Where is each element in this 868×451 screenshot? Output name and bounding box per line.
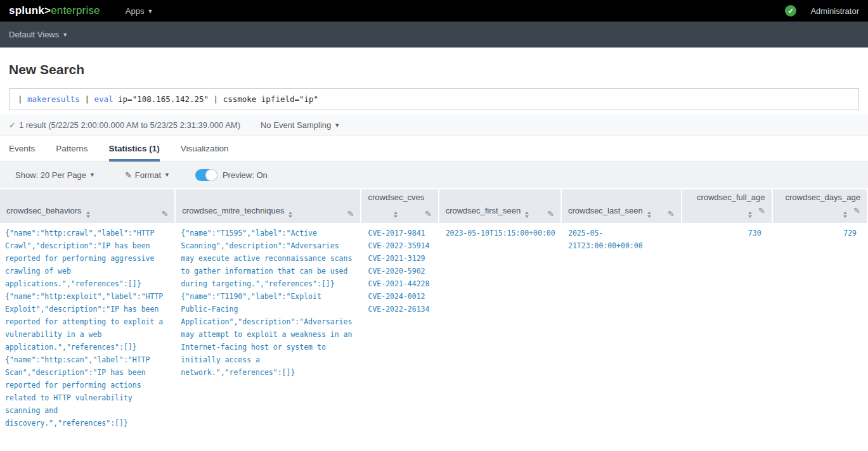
sort-icon[interactable]: [394, 212, 398, 218]
cell-crowdsec_mitre_techniques: {"name":"T1595","label":"Active Scanning…: [176, 223, 360, 433]
per-page-label: Show: 20 Per Page: [15, 170, 86, 180]
edit-column-icon[interactable]: ✎: [668, 210, 675, 218]
cell-crowdsec_days_age: 729: [773, 223, 867, 433]
sort-icon[interactable]: [748, 212, 752, 218]
results-toolbar: Show: 20 Per Page▼ ✎Format▼ Preview: On: [0, 162, 868, 189]
user-menu-label: Administrator: [810, 6, 859, 16]
per-page-menu[interactable]: Show: 20 Per Page▼: [15, 170, 95, 180]
apps-menu-label: Apps: [126, 6, 145, 16]
page-title: New Search: [0, 48, 868, 88]
sort-icon[interactable]: [647, 212, 651, 218]
tab-events[interactable]: Events: [9, 136, 35, 162]
tab-statistics[interactable]: Statistics (1): [109, 136, 160, 162]
chevron-down-icon: ▼: [89, 172, 95, 178]
event-sampling-menu[interactable]: No Event Sampling▼: [261, 120, 340, 130]
column-header-label: crowdsec_last_seen: [568, 206, 643, 215]
preview-label: Preview: On: [223, 170, 268, 180]
column-header-label: crowdsec_first_seen: [446, 206, 521, 215]
format-menu[interactable]: ✎Format▼: [125, 170, 170, 180]
app-navbar: Default Views▼: [0, 22, 868, 48]
column-header-label: crowdsec_behaviors: [6, 206, 82, 215]
chevron-down-icon: ▼: [334, 122, 340, 129]
preview-toggle[interactable]: [195, 169, 217, 181]
top-navbar: splunk>enterprise Apps▼ ✓ Administrator: [0, 0, 868, 22]
column-header-crowdsec_first_seen[interactable]: crowdsec_first_seen✎: [439, 189, 560, 223]
column-header-crowdsec_behaviors[interactable]: crowdsec_behaviors✎: [0, 189, 174, 223]
default-views-label: Default Views: [9, 30, 59, 39]
query-part-command: eval: [94, 94, 113, 104]
preview-control: Preview: On: [195, 169, 268, 181]
default-views-menu[interactable]: Default Views▼: [9, 30, 68, 39]
chevron-down-icon: ▼: [164, 172, 170, 178]
pencil-icon: ✎: [125, 170, 132, 180]
column-header-crowdsec_days_age[interactable]: crowdsec_days_age✎: [773, 189, 867, 223]
query-part-plain: |: [18, 94, 27, 104]
query-part-plain: |: [80, 94, 94, 104]
table-row: {"name":"http:crawl","label":"HTTP Crawl…: [0, 223, 867, 433]
cell-crowdsec_full_age: 730: [682, 223, 772, 433]
format-label: Format: [135, 170, 161, 180]
apps-menu[interactable]: Apps▼: [126, 6, 153, 16]
query-part-command: makeresults: [27, 94, 80, 104]
job-status-bar: ✓ 1 result (5/22/25 2:00:00.000 AM to 5/…: [0, 115, 868, 136]
column-header-label: crowdsec_mitre_techniques: [182, 206, 284, 215]
cell-crowdsec_first_seen: 2023-05-10T15:15:00+00:00: [439, 223, 560, 433]
column-header-crowdsec_last_seen[interactable]: crowdsec_last_seen✎: [562, 189, 681, 223]
statistics-table: crowdsec_behaviors✎crowdsec_mitre_techni…: [0, 189, 868, 433]
column-header-label: crowdsec_cves: [368, 193, 424, 202]
chevron-down-icon: ▼: [62, 32, 68, 38]
job-done-check-icon: ✓: [9, 120, 16, 130]
search-bar[interactable]: | makeresults | eval ip="108.165.142.25"…: [9, 88, 859, 110]
user-menu[interactable]: Administrator: [810, 6, 859, 16]
cell-crowdsec_last_seen: 2025-05-21T23:00:00+00:00: [562, 223, 681, 433]
result-count-text: 1 result (5/22/25 2:00:00.000 AM to 5/23…: [19, 120, 240, 130]
statistics-header-row: crowdsec_behaviors✎crowdsec_mitre_techni…: [0, 189, 867, 223]
health-check-icon[interactable]: ✓: [785, 5, 796, 16]
query-part-plain: ip="108.165.142.25" | cssmoke ipfield="i…: [113, 94, 319, 104]
tab-patterns[interactable]: Patterns: [56, 136, 87, 162]
cell-crowdsec_behaviors: {"name":"http:crawl","label":"HTTP Crawl…: [0, 223, 174, 433]
event-sampling-label: No Event Sampling: [261, 120, 331, 130]
sort-icon[interactable]: [86, 212, 90, 218]
edit-column-icon[interactable]: ✎: [758, 206, 765, 215]
splunk-logo-brand: splunk: [9, 4, 44, 16]
tab-visualization[interactable]: Visualization: [181, 136, 229, 162]
preview-toggle-knob[interactable]: [205, 169, 217, 181]
edit-column-icon[interactable]: ✎: [161, 210, 168, 218]
search-query-input[interactable]: | makeresults | eval ip="108.165.142.25"…: [18, 94, 318, 104]
edit-column-icon[interactable]: ✎: [853, 206, 860, 215]
edit-column-icon[interactable]: ✎: [425, 210, 432, 218]
cell-crowdsec_cves: CVE-2017-9841 CVE-2022-35914 CVE-2021-31…: [361, 223, 437, 433]
column-header-label: crowdsec_full_age: [697, 193, 765, 202]
column-header-crowdsec_cves[interactable]: crowdsec_cves✎: [361, 189, 437, 223]
column-header-crowdsec_mitre_techniques[interactable]: crowdsec_mitre_techniques✎: [176, 189, 360, 223]
sort-icon[interactable]: [525, 212, 529, 218]
splunk-logo-product: enterprise: [51, 4, 100, 16]
column-header-crowdsec_full_age[interactable]: crowdsec_full_age✎: [682, 189, 772, 223]
column-header-label: crowdsec_days_age: [785, 193, 860, 202]
sort-icon[interactable]: [288, 212, 292, 218]
edit-column-icon[interactable]: ✎: [347, 210, 354, 218]
splunk-logo-gt: >: [44, 4, 51, 16]
results-tabs: EventsPatternsStatistics (1)Visualizatio…: [0, 136, 868, 162]
splunk-logo[interactable]: splunk>enterprise: [9, 4, 100, 17]
edit-column-icon[interactable]: ✎: [547, 210, 554, 218]
sort-icon[interactable]: [843, 212, 847, 218]
chevron-down-icon: ▼: [147, 8, 153, 15]
